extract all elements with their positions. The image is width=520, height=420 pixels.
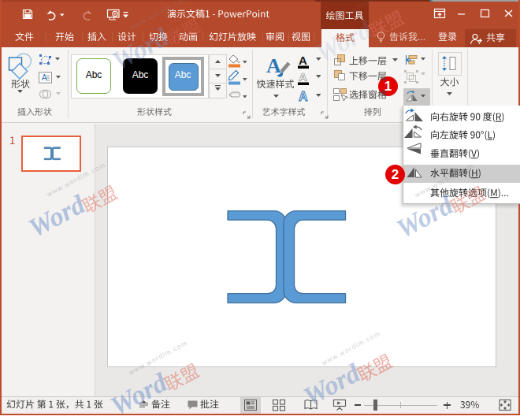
- svg-text:Word: Word: [310, 14, 377, 68]
- svg-text:Word: Word: [24, 189, 90, 243]
- svg-text:Word: Word: [392, 190, 458, 243]
- svg-text:Word: Word: [299, 358, 365, 411]
- svg-text:Word: Word: [107, 22, 173, 76]
- svg-text:Word: Word: [106, 367, 172, 420]
